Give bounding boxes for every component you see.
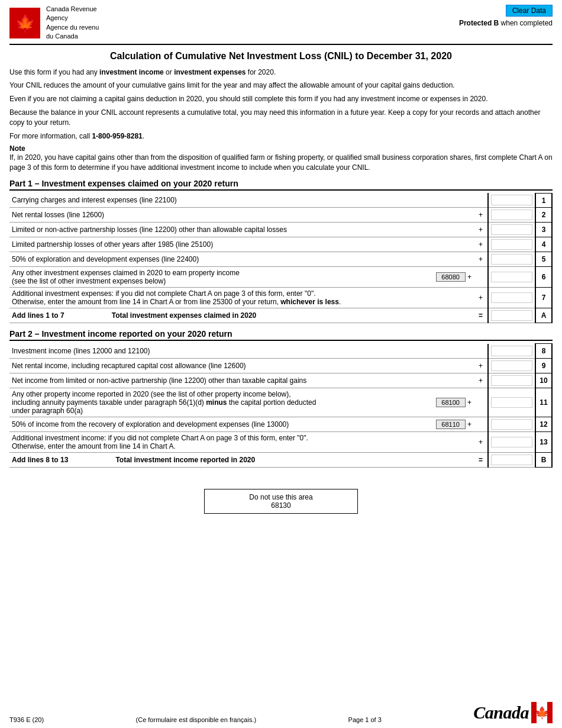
- agency-en-line1: Canada Revenue: [46, 5, 99, 14]
- agency-en-line2: Agency: [46, 14, 99, 22]
- intro-p3: Even if you are not claiming a capital g…: [9, 94, 553, 104]
- row1-op: [474, 193, 488, 208]
- row13-op: +: [474, 431, 488, 452]
- row9-desc: Net rental income, including recaptured …: [9, 358, 389, 373]
- table-row: Investment income (lines 12000 and 12100…: [9, 344, 552, 359]
- row3-field: [488, 223, 535, 237]
- row2-op: +: [474, 208, 488, 223]
- row9-input[interactable]: [491, 360, 532, 371]
- row5-linenum: 5: [535, 252, 552, 267]
- row11-field: [488, 388, 535, 417]
- footer-page-info: Page 1 of 3: [348, 716, 382, 723]
- table-row: Net rental income, including recaptured …: [9, 358, 552, 373]
- row3-code: [389, 223, 474, 237]
- row6-field: [488, 267, 535, 288]
- row3-input[interactable]: [491, 224, 532, 235]
- header-right: Clear Data Protected B when completed: [459, 5, 553, 27]
- intro-phone: For more information, call 1-800-959-828…: [9, 131, 553, 141]
- do-not-use-box: Do not use this area 68130: [204, 489, 358, 514]
- row1-input[interactable]: [491, 195, 532, 205]
- row7-input[interactable]: [491, 292, 532, 303]
- intro-p1: Use this form if you had any investment …: [9, 67, 553, 78]
- table-row: Limited partnership losses of other year…: [9, 237, 552, 252]
- row8-linenum: 8: [535, 344, 552, 359]
- row2-desc: Net rental losses (line 12600): [9, 208, 389, 223]
- row10-input[interactable]: [491, 375, 532, 386]
- row7-desc: Additional investment expenses: if you d…: [9, 288, 389, 308]
- table-row: Net income from limited or non-active pa…: [9, 373, 552, 388]
- part2-table: Investment income (lines 12000 and 12100…: [9, 343, 553, 468]
- footer: T936 E (20) (Ce formulaire est disponibl…: [0, 697, 562, 728]
- rowa-code: [389, 308, 474, 323]
- row12-linenum: 12: [535, 417, 552, 431]
- row5-op: +: [474, 252, 488, 267]
- row2-field: [488, 208, 535, 223]
- protected-label: Protected B when completed: [459, 19, 553, 27]
- table-row: Additional investment expenses: if you d…: [9, 288, 552, 308]
- row1-code: [389, 193, 474, 208]
- svg-text:🍁: 🍁: [15, 14, 35, 33]
- row3-desc: Limited or non-active partnership losses…: [9, 223, 389, 237]
- row7-op: +: [474, 288, 488, 308]
- table-row: Any other property income reported in 20…: [9, 388, 552, 417]
- canada-flag-wordmark-icon: 🍁: [531, 702, 553, 723]
- row6-linenum: 6: [535, 267, 552, 288]
- rowb-linenum: B: [535, 452, 552, 467]
- table-row: Additional investment income: if you did…: [9, 431, 552, 452]
- row6-code-box: 68080: [436, 272, 466, 282]
- part2-heading: Part 2 – Investment income reported on y…: [9, 329, 553, 341]
- table-row: 50% of exploration and development expen…: [9, 252, 552, 267]
- row4-code: [389, 237, 474, 252]
- table-row-total-a: Add lines 1 to 7 Total investment expens…: [9, 308, 552, 323]
- row4-input[interactable]: [491, 239, 532, 250]
- page-title: Calculation of Cumulative Net Investment…: [9, 51, 553, 62]
- do-not-use-label: Do not use this area: [211, 493, 351, 501]
- row5-field: [488, 252, 535, 267]
- agency-fr-line1: Agence du revenu: [46, 23, 99, 32]
- row11-input[interactable]: [491, 397, 532, 408]
- row13-code: [389, 431, 474, 452]
- row8-input[interactable]: [491, 346, 532, 356]
- row2-code: [389, 208, 474, 223]
- row2-input[interactable]: [491, 210, 532, 220]
- row13-desc: Additional investment income: if you did…: [9, 431, 389, 452]
- rowa-op: =: [474, 308, 488, 323]
- rowb-code: [389, 452, 474, 467]
- note-text: If, in 2020, you have capital gains othe…: [9, 153, 553, 172]
- table-row-total-b: Add lines 8 to 13 Total investment incom…: [9, 452, 552, 467]
- row5-input[interactable]: [491, 254, 532, 265]
- table-row: Net rental losses (line 12600) + 2: [9, 208, 552, 223]
- row6-op: [474, 267, 488, 288]
- row10-linenum: 10: [535, 373, 552, 388]
- row8-op: [474, 344, 488, 359]
- canada-wordmark-section: Canada 🍁: [473, 702, 553, 723]
- row11-code-box: 68100: [436, 398, 466, 407]
- note-label: Note: [9, 144, 25, 153]
- row6-input[interactable]: [491, 272, 532, 282]
- row1-field: [488, 193, 535, 208]
- row1-desc: Carrying charges and interest expenses (…: [9, 193, 389, 208]
- row4-op: +: [474, 237, 488, 252]
- row10-desc: Net income from limited or non-active pa…: [9, 373, 389, 388]
- row11-desc: Any other property income reported in 20…: [9, 388, 389, 417]
- row10-code: [389, 373, 474, 388]
- row10-field: [488, 373, 535, 388]
- row13-field: [488, 431, 535, 452]
- header-left: 🍁 Canada Revenue Agency Agence du revenu…: [9, 5, 99, 41]
- row5-code: [389, 252, 474, 267]
- row12-input[interactable]: [491, 419, 532, 430]
- table-row: Carrying charges and interest expenses (…: [9, 193, 552, 208]
- row5-desc: 50% of exploration and development expen…: [9, 252, 389, 267]
- row9-linenum: 9: [535, 358, 552, 373]
- canada-wordmark: Canada: [473, 703, 529, 723]
- rowa-input[interactable]: [491, 310, 532, 321]
- row13-input[interactable]: [491, 437, 532, 447]
- part1-table: Carrying charges and interest expenses (…: [9, 193, 553, 324]
- rowb-desc: Add lines 8 to 13 Total investment incom…: [9, 452, 389, 467]
- clear-data-button[interactable]: Clear Data: [506, 5, 553, 17]
- row9-code: [389, 358, 474, 373]
- rowb-input[interactable]: [491, 455, 532, 465]
- row12-code-box: 68110: [436, 420, 466, 429]
- rowb-op: =: [474, 452, 488, 467]
- table-row: Any other investment expenses claimed in…: [9, 267, 552, 288]
